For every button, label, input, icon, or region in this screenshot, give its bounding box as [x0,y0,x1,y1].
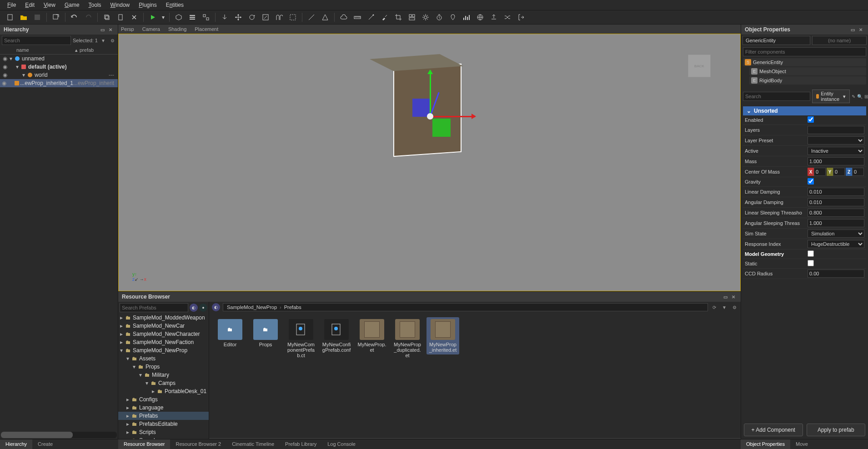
op-hierarchy-icon[interactable]: ⊞ [864,93,868,100]
property-checkbox[interactable] [808,178,814,185]
scale-gizmo-icon[interactable] [259,11,272,24]
dock-icon[interactable]: ▭ [99,26,106,33]
property-select[interactable]: Inactive [808,147,864,155]
expand-arrow-icon[interactable]: ▸ [120,314,125,321]
shuffle-icon[interactable] [501,11,514,24]
filter-icon[interactable]: ▼ [100,37,107,44]
ruler-icon[interactable] [351,11,364,24]
chart-icon[interactable] [460,11,473,24]
save-icon[interactable] [31,11,44,24]
bottom-tab[interactable]: Prefab Library [280,439,322,449]
expand-arrow-icon[interactable]: ▾ [139,372,145,378]
visibility-icon[interactable]: ◉ [2,72,8,78]
visibility-icon[interactable]: ◉ [2,55,8,62]
hierarchy-row[interactable]: ◉ ▾ unnamed [0,55,118,63]
resource-tree-row[interactable]: ▸ 🖿 PrefabsEditable [118,420,209,428]
resource-tree-row[interactable]: ▸ 🖿 PortableDesk_01 [118,387,209,395]
component-row[interactable]: ERigidBody [749,76,866,85]
op-edit-icon[interactable]: ✎ [852,93,855,100]
expand-arrow-icon[interactable]: ▾ [120,347,125,354]
snap-grid-icon[interactable] [286,11,299,24]
bottom-tab[interactable]: Resource Browser [118,439,170,449]
bottom-tab[interactable]: Object Properties [741,439,790,449]
expand-arrow-icon[interactable]: ▸ [120,331,125,337]
resource-tree-row[interactable]: ▾ 🖿 Assets [118,354,209,363]
expand-arrow-icon[interactable]: ▸ [126,421,132,427]
component-row[interactable]: SGenericEntity [743,58,866,66]
crop-icon[interactable] [392,11,405,24]
breadcrumb[interactable]: SampleMod_NewProp › Prefabs [223,303,708,311]
op-entity-name[interactable]: (no name) [812,36,867,45]
property-x-input[interactable] [814,168,826,176]
bottom-tab[interactable]: Log Console [322,439,361,449]
resource-thumb[interactable]: 🖿Props [249,317,282,349]
resource-tree-row[interactable]: ▸ 🖿 Configs [118,395,209,404]
property-z-input[interactable] [852,168,864,176]
open-external-icon[interactable] [50,11,62,24]
anchor-down-icon[interactable] [218,11,231,24]
paste-icon[interactable] [114,11,127,24]
property-select[interactable] [808,136,864,145]
expand-arrow-icon[interactable]: ▾ [21,72,26,78]
cloud-icon[interactable] [337,11,350,24]
bottom-tab[interactable]: Hierarchy [0,439,32,449]
resource-tree-row[interactable]: ▸ 🖿 Scripts [118,428,209,436]
rb-gear-icon[interactable]: ⚙ [731,304,738,311]
rb-breadcrumb-opt[interactable]: ◐ [212,303,220,311]
rb-refresh-icon[interactable]: ⟳ [711,304,718,311]
property-input[interactable] [808,198,864,206]
menu-edit[interactable]: Edit [20,0,39,10]
logout-icon[interactable] [515,11,527,24]
menu-view[interactable]: View [39,0,60,10]
expand-arrow-icon[interactable]: ▸ [152,388,157,394]
export-icon[interactable] [487,11,500,24]
breadcrumb-root[interactable]: SampleMod_NewProp [227,304,277,310]
redo-icon[interactable] [82,11,95,24]
expand-arrow-icon[interactable]: ▾ [146,380,151,386]
menu-entities[interactable]: Entities [161,0,188,10]
new-icon[interactable] [4,11,16,24]
component-row[interactable]: EMeshObject [749,67,866,75]
bottom-tab[interactable]: Move [790,439,813,449]
copy-icon[interactable] [100,11,113,24]
close-icon[interactable]: ✕ [107,26,114,33]
hierarchy-search-input[interactable] [2,36,71,45]
property-input[interactable] [808,269,864,278]
property-input[interactable] [808,157,864,165]
rb-close-icon[interactable]: ✕ [730,293,737,300]
magic-wand-icon[interactable] [365,11,377,24]
viewport-tab-persp[interactable]: Persp [121,26,134,32]
op-search-input[interactable] [743,92,810,101]
resource-tree-row[interactable]: ▾ 🖿 Props [118,363,209,371]
expand-arrow-icon[interactable]: ▾ [8,55,14,62]
resource-thumb[interactable]: MyNewComponentPrefab.ct [285,317,317,360]
timer-icon[interactable] [433,11,446,24]
rb-search-opt1[interactable]: ◐ [190,304,198,312]
expand-arrow-icon[interactable]: ▸ [126,429,132,435]
property-select[interactable]: Simulation [808,229,864,238]
resource-thumb[interactable]: MyNewConfigPrefab.conf [320,317,353,354]
viewport-tab-shading[interactable]: Shading [168,26,186,32]
op-section-unsorted[interactable]: ⌄ Unsorted [743,106,866,115]
windows-icon[interactable] [406,11,418,24]
view-cube-widget[interactable]: BACK [677,48,722,93]
map-pin-icon[interactable] [447,11,459,24]
bottom-tab[interactable]: Cinematic Timeline [226,439,280,449]
hierarchy-scrollbar[interactable] [1,432,117,438]
apply-to-prefab-button[interactable]: Apply to prefab [807,424,866,436]
resource-search-input[interactable] [120,303,188,312]
hierarchy-gear-icon[interactable]: ⚙ [109,37,116,44]
open-icon[interactable] [17,11,30,24]
resource-tree-list[interactable]: ▸ 🖿 SampleMod_ModdedWeapon ▸ 🖿 SampleMod… [118,314,209,449]
resource-tree-row[interactable]: ▸ 🖿 SampleMod_NewCar [118,322,209,330]
play-dropdown-icon[interactable]: ▾ [160,11,166,24]
brush-icon[interactable] [378,11,391,24]
hierarchy-tree[interactable]: ◉ ▾ unnamed ◉ ▾ default (active) ◉ ▾ wor… [0,55,118,431]
resource-thumb[interactable]: MyNewProp.et [356,317,388,354]
op-dock-icon[interactable]: ▭ [849,26,856,33]
resource-thumb[interactable]: MyNewProp_duplicated.et [391,317,424,360]
col-name[interactable]: name [14,47,75,53]
cube-view-icon[interactable] [172,11,185,24]
bottom-tab[interactable]: Resource Browser 2 [170,439,226,449]
expand-arrow-icon[interactable]: ▸ [126,396,132,403]
